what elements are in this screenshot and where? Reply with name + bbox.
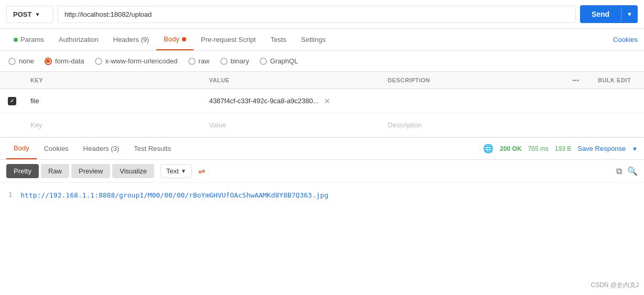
response-content: 1 http://192.168.1.1:8888/group1/M00/00/… [0, 183, 644, 209]
response-tab-headers[interactable]: Headers (3) [76, 138, 127, 159]
tab-authorization-label: Authorization [59, 36, 99, 43]
wrap-icon[interactable]: ⇌ [198, 166, 205, 176]
method-chevron-icon: ▼ [35, 12, 40, 17]
tab-headers-label: Headers (9) [113, 36, 149, 43]
tab-pre-request[interactable]: Pre-request Script [194, 29, 263, 50]
row-actions [560, 97, 592, 105]
empty-bulk [592, 121, 644, 129]
table-row: ✓ file 4387f4cf-c33f-492c-9ca8-a9c2380..… [0, 89, 644, 113]
tab-headers[interactable]: Headers (9) [106, 29, 157, 50]
globe-icon: 🌐 [483, 144, 493, 154]
body-dot [182, 37, 186, 41]
tab-params[interactable]: Params [6, 29, 51, 50]
radio-binary[interactable]: binary [220, 57, 249, 65]
request-tabs-row: Params Authorization Headers (9) Body Pr… [0, 29, 644, 51]
tab-pre-request-label: Pre-request Script [201, 36, 256, 43]
th-actions: ••• [560, 72, 592, 89]
radio-urlencoded[interactable]: x-www-form-urlencoded [95, 57, 178, 65]
send-label: Send [580, 5, 621, 23]
format-preview-button[interactable]: Preview [71, 164, 110, 178]
response-tab-cookies[interactable]: Cookies [37, 138, 76, 159]
radio-graphql-circle [260, 58, 267, 65]
text-format-label: Text [166, 167, 179, 175]
tab-authorization[interactable]: Authorization [51, 29, 106, 50]
radio-none-circle [8, 58, 16, 65]
empty-actions [560, 121, 592, 129]
radio-graphql[interactable]: GraphQL [260, 57, 298, 65]
empty-description[interactable]: Description [381, 117, 560, 133]
params-dot [14, 38, 18, 42]
th-value: VALUE [203, 72, 382, 89]
radio-raw-label: raw [199, 57, 210, 65]
radio-none[interactable]: none [8, 57, 34, 65]
send-dropdown-icon[interactable]: ▼ [621, 6, 638, 22]
response-tab-test-results[interactable]: Test Results [126, 138, 178, 159]
row-clear-button[interactable]: ✕ [322, 96, 332, 106]
response-tab-cookies-label: Cookies [44, 145, 69, 152]
row-bulk [592, 97, 644, 105]
row-value-cell: 4387f4cf-c33f-492c-9ca8-a9c2380... ✕ [203, 92, 382, 111]
row-checkbox-cell[interactable]: ✓ [0, 93, 24, 110]
status-bar: 🌐 200 OK 765 ms 193 B Save Response ▼ [483, 139, 638, 158]
radio-form-data-circle [45, 58, 52, 65]
radio-binary-circle [220, 58, 228, 65]
format-bar: Pretty Raw Preview Visualize Text ▼ ⇌ ⧉ … [0, 160, 644, 183]
save-response-chevron-icon[interactable]: ▼ [632, 146, 638, 152]
row-checkbox[interactable]: ✓ [8, 97, 16, 105]
format-raw-button[interactable]: Raw [41, 164, 69, 178]
status-code: 200 OK [500, 145, 521, 152]
three-dots-icon[interactable]: ••• [572, 77, 579, 83]
tab-params-label: Params [20, 36, 44, 43]
row-value[interactable]: 4387f4cf-c33f-492c-9ca8-a9c2380... [209, 97, 319, 105]
tab-tests-label: Tests [271, 36, 286, 43]
method-select[interactable]: POST ▼ [6, 6, 53, 23]
response-tab-body[interactable]: Body [6, 138, 37, 159]
tab-settings-label: Settings [301, 36, 326, 43]
th-bulk-edit[interactable]: Bulk Edit [592, 72, 644, 89]
radio-form-data-inner [46, 59, 50, 63]
radio-raw-circle [188, 58, 196, 65]
format-visualize-button[interactable]: Visualize [112, 164, 154, 178]
tab-tests[interactable]: Tests [263, 29, 294, 50]
radio-urlencoded-circle [95, 58, 102, 65]
body-table: KEY VALUE DESCRIPTION ••• Bulk Edit ✓ fi… [0, 72, 644, 138]
radio-binary-label: binary [231, 57, 249, 65]
body-type-row: none form-data x-www-form-urlencoded raw… [0, 51, 644, 72]
table-empty-row: Key Value Description [0, 113, 644, 137]
search-icon[interactable]: 🔍 [627, 166, 638, 176]
radio-form-data[interactable]: form-data [45, 57, 84, 65]
text-format-chevron-icon: ▼ [181, 168, 186, 174]
url-input[interactable] [58, 6, 576, 23]
url-bar: POST ▼ Send ▼ [0, 0, 644, 29]
empty-checkbox-cell [0, 121, 24, 129]
response-line-1: 1 http://192.168.1.1:8888/group1/M00/00/… [8, 189, 636, 201]
line-number-1: 1 [8, 191, 12, 199]
radio-none-label: none [19, 57, 34, 65]
tab-body[interactable]: Body [156, 29, 194, 50]
radio-form-data-label: form-data [55, 57, 84, 65]
cookie-link[interactable]: Cookies [613, 29, 638, 50]
table-header-row: KEY VALUE DESCRIPTION ••• Bulk Edit [0, 72, 644, 89]
response-tab-body-label: Body [14, 144, 29, 152]
tab-body-label: Body [164, 35, 179, 43]
copy-icon[interactable]: ⧉ [616, 167, 622, 176]
radio-raw[interactable]: raw [188, 57, 210, 65]
response-toolbar-right: ⧉ 🔍 [616, 166, 638, 176]
empty-value[interactable]: Value [203, 117, 382, 133]
send-button[interactable]: Send ▼ [580, 5, 638, 23]
response-section: Body Cookies Headers (3) Test Results 🌐 … [0, 138, 644, 209]
empty-key[interactable]: Key [24, 117, 203, 133]
row-key[interactable]: file [24, 93, 203, 109]
radio-graphql-label: GraphQL [270, 57, 298, 65]
row-description [381, 97, 560, 105]
response-url[interactable]: http://192.168.1.1:8888/group1/M00/00/00… [20, 191, 328, 199]
response-tab-test-results-label: Test Results [134, 145, 171, 152]
text-format-select[interactable]: Text ▼ [160, 164, 192, 178]
status-size: 193 B [555, 145, 571, 152]
th-checkbox [0, 72, 24, 89]
response-tabs-row: Body Cookies Headers (3) Test Results 🌐 … [0, 138, 644, 160]
format-pretty-button[interactable]: Pretty [6, 164, 39, 178]
save-response-button[interactable]: Save Response [577, 145, 626, 152]
th-key: KEY [24, 72, 203, 89]
tab-settings[interactable]: Settings [294, 29, 333, 50]
